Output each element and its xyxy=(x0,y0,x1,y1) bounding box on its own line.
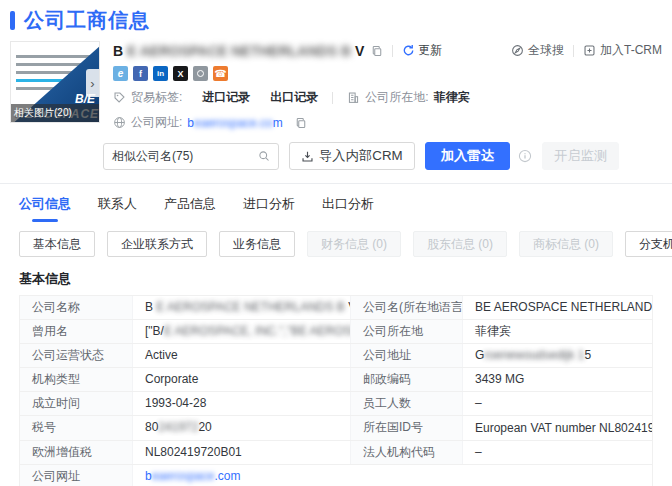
field-value-lei: – xyxy=(462,441,652,464)
table-row: 公司网址 beaerospace.com xyxy=(20,464,652,486)
linkedin-icon[interactable]: in xyxy=(153,66,168,81)
search-icon xyxy=(258,150,270,162)
join-tcrm-link[interactable]: 加入T-CRM xyxy=(583,42,662,59)
section-title: 基本信息 xyxy=(19,270,672,288)
globe-icon xyxy=(113,116,126,129)
field-label: 机构类型 xyxy=(20,368,132,391)
field-value-website[interactable]: beaerospace.com xyxy=(132,465,652,486)
chip-shareholder-info: 股东信息 (0) xyxy=(413,231,507,257)
global-search-link[interactable]: 全球搜 xyxy=(511,42,564,59)
page-title: 公司工商信息 xyxy=(10,7,672,34)
action-row: 相似公司名(75) 导入内部CRM 加入雷达 开启监测 xyxy=(103,142,662,170)
tab-import-analysis[interactable]: 进口分析 xyxy=(243,195,295,222)
field-label: 曾用名 xyxy=(20,320,132,343)
field-value-company-name: B E AEROSPACE NETHERLANDS B V xyxy=(132,296,350,319)
tab-contacts[interactable]: 联系人 xyxy=(98,195,137,222)
similar-company-dropdown[interactable]: 相似公司名(75) xyxy=(103,143,279,170)
field-value-tax-id: 8024197220 xyxy=(132,416,350,440)
location-value: 菲律宾 xyxy=(434,89,470,106)
building-icon xyxy=(347,91,360,104)
company-header: AEROSPACE B/E 相关图片(20) › B E AEROSPACE N… xyxy=(0,41,672,131)
website-redacted: eaerospace.co xyxy=(194,116,273,130)
field-label: 公司所在地 xyxy=(350,320,462,343)
related-images-label: 相关图片(20) xyxy=(11,104,99,122)
table-row: 成立时间 1993-04-28 员工人数 – xyxy=(20,391,652,415)
field-label: 员工人数 xyxy=(350,392,462,415)
table-row: 公司名称 B E AEROSPACE NETHERLANDS B V 公司名(所… xyxy=(20,296,652,319)
company-header-main: B E AEROSPACE NETHERLANDS B V 更新 全球搜 加入T… xyxy=(113,41,662,131)
copy-icon[interactable] xyxy=(371,45,383,57)
title-accent-bar xyxy=(10,11,15,30)
chip-basic-info[interactable]: 基本信息 xyxy=(19,231,95,257)
section-chips: 基本信息 企业联系方式 业务信息 财务信息 (0) 股东信息 (0) 商标信息 … xyxy=(19,231,672,257)
instagram-icon[interactable] xyxy=(193,66,208,81)
start-monitor-button[interactable]: 开启监测 xyxy=(542,142,619,170)
info-icon[interactable] xyxy=(518,149,532,163)
globe-search-icon xyxy=(511,44,524,57)
field-value-founded: 1993-04-28 xyxy=(132,392,350,415)
chip-business-info[interactable]: 业务信息 xyxy=(219,231,295,257)
copy-icon[interactable] xyxy=(295,117,307,129)
chip-financial-info: 财务信息 (0) xyxy=(307,231,401,257)
import-crm-button[interactable]: 导入内部CRM xyxy=(289,142,415,170)
field-label: 公司网址 xyxy=(20,465,132,486)
export-records-link[interactable]: 出口记录 xyxy=(270,89,318,106)
field-label: 公司运营状态 xyxy=(20,344,132,367)
page-title-text: 公司工商信息 xyxy=(24,7,150,34)
company-name-redacted: E AEROSPACE NETHERLANDS B xyxy=(127,43,351,59)
field-label: 公司地址 xyxy=(350,344,462,367)
field-value-national-id: European VAT number NL802419720B01更多 5 xyxy=(462,416,652,440)
update-button[interactable]: 更新 xyxy=(402,42,442,59)
company-name: B E AEROSPACE NETHERLANDS B V xyxy=(113,43,364,59)
field-value-location: 菲律宾 xyxy=(462,320,652,343)
table-row: 税号 8024197220 所在国ID号 European VAT number… xyxy=(20,415,652,440)
trade-tags-label: 贸易标签: xyxy=(131,89,182,106)
basic-info-table: 公司名称 B E AEROSPACE NETHERLANDS B V 公司名(所… xyxy=(19,295,653,486)
table-row: 曾用名 ["B/E AEROSPACE, INC.","BE AEROSPACE… xyxy=(20,319,652,343)
import-records-link[interactable]: 进口记录 xyxy=(202,89,250,106)
phone-icon[interactable]: ☎ xyxy=(213,66,228,81)
tcrm-icon xyxy=(583,44,596,57)
divider xyxy=(392,45,393,57)
table-row: 公司运营状态 Active 公司地址 Groenewoudsedijk 15 xyxy=(20,343,652,367)
table-row: 机构类型 Corporate 邮政编码 3439 MG xyxy=(20,367,652,391)
divider xyxy=(332,92,333,104)
field-label: 欧洲增值税 xyxy=(20,441,132,464)
field-value-eu-vat: NL802419720B01 xyxy=(132,441,350,464)
field-label: 邮政编码 xyxy=(350,368,462,391)
website-link[interactable]: beaerospace.com xyxy=(187,116,282,130)
x-twitter-icon[interactable]: X xyxy=(173,66,188,81)
field-value-address: Groenewoudsedijk 15 xyxy=(462,344,652,367)
facebook-icon[interactable]: f xyxy=(133,66,148,81)
field-value-employees: – xyxy=(462,392,652,415)
field-value-postcode: 3439 MG xyxy=(462,368,652,391)
social-icons: e f in X ☎ xyxy=(113,66,662,81)
chevron-right-icon[interactable]: › xyxy=(86,69,99,97)
field-value-local-name: BE AEROSPACE NETHERLANDS B V xyxy=(462,296,652,319)
trade-tag-icon xyxy=(113,91,126,104)
field-label: 公司名称 xyxy=(20,296,132,319)
field-label: 公司名(所在地语言) xyxy=(350,296,462,319)
field-value-status: Active xyxy=(132,344,350,367)
divider xyxy=(573,45,574,57)
import-icon xyxy=(301,150,314,163)
table-row: 欧洲增值税 NL802419720B01 法人机构代码 – xyxy=(20,440,652,464)
join-radar-button[interactable]: 加入雷达 xyxy=(425,142,510,170)
tab-product-info[interactable]: 产品信息 xyxy=(164,195,216,222)
website-label: 公司网址: xyxy=(131,114,182,131)
chip-trademark-info: 商标信息 (0) xyxy=(519,231,613,257)
field-label: 法人机构代码 xyxy=(350,441,462,464)
field-label: 所在国ID号 xyxy=(350,416,462,440)
field-value-entity-type: Corporate xyxy=(132,368,350,391)
chip-company-contact[interactable]: 企业联系方式 xyxy=(107,231,207,257)
website-icon[interactable]: e xyxy=(113,66,128,81)
tab-export-analysis[interactable]: 出口分析 xyxy=(322,195,374,222)
field-label: 税号 xyxy=(20,416,132,440)
field-value-former-name: ["B/E AEROSPACE, INC.","BE AEROSPACE IN.… xyxy=(132,320,350,343)
company-photo-thumbnail[interactable]: AEROSPACE B/E 相关图片(20) › xyxy=(10,41,100,123)
location-label: 公司所在地: xyxy=(365,89,428,106)
tab-company-info[interactable]: 公司信息 xyxy=(19,195,71,222)
chip-branches[interactable]: 分支机构 (5) xyxy=(625,231,672,257)
field-label: 成立时间 xyxy=(20,392,132,415)
refresh-icon xyxy=(402,44,415,57)
